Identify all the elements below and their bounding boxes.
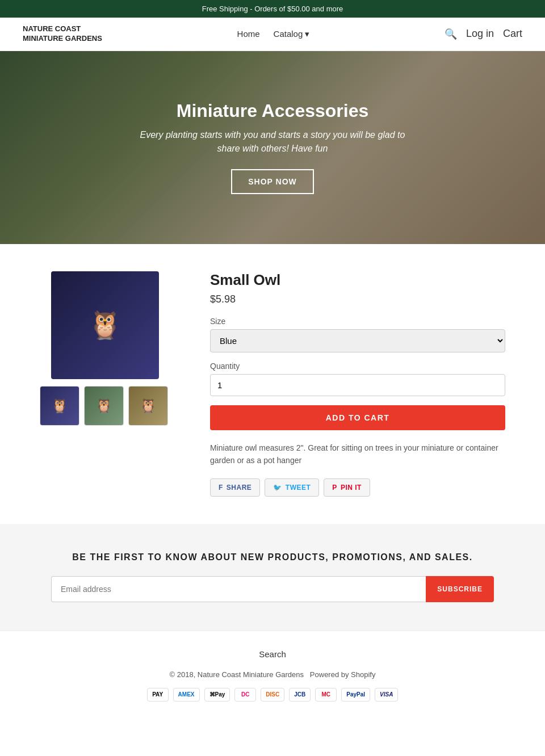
- hero-title: Miniature Accessories: [177, 100, 369, 121]
- newsletter-form: SUBSCRIBE: [51, 576, 494, 602]
- payment-amex: AMEX: [173, 688, 200, 702]
- quantity-label: Quantity: [210, 362, 505, 371]
- thumbnail-2[interactable]: 🦉: [84, 386, 124, 426]
- product-details: Small Owl $5.98 Size Blue Brown Multi Qu…: [210, 271, 505, 497]
- payment-jcb: JCB: [289, 688, 311, 702]
- nav-catalog[interactable]: Catalog ▾: [274, 29, 310, 39]
- product-section: 🦉 🦉 🦉 🦉 Small Owl $5.98 Size Blue Brown …: [17, 271, 528, 497]
- pinterest-icon: P: [332, 484, 337, 492]
- add-to-cart-button[interactable]: ADD TO CART: [210, 405, 505, 430]
- payment-paypal: PayPal: [341, 688, 370, 702]
- thumb-1-icon: 🦉: [51, 398, 68, 414]
- footer-search-link[interactable]: Search: [23, 649, 522, 659]
- size-label: Size: [210, 317, 505, 326]
- payment-discover: DISC: [261, 688, 284, 702]
- announcement-bar: Free Shipping - Orders of $50.00 and mor…: [0, 0, 545, 18]
- nav-home[interactable]: Home: [237, 29, 260, 39]
- thumbnail-3[interactable]: 🦉: [128, 386, 168, 426]
- owl-icon: 🦉: [88, 309, 122, 341]
- twitter-tweet-button[interactable]: 🐦 TWEET: [265, 478, 319, 497]
- thumb-2-icon: 🦉: [95, 398, 112, 414]
- header-icons: 🔍 Log in Cart: [445, 28, 522, 40]
- facebook-share-button[interactable]: f SHARE: [210, 478, 260, 497]
- chevron-down-icon: ▾: [305, 29, 309, 39]
- product-description: Miniature owl measures 2". Great for sit…: [210, 442, 505, 467]
- login-button[interactable]: Log in: [466, 28, 494, 40]
- product-images: 🦉 🦉 🦉 🦉: [40, 271, 187, 426]
- site-footer: Search © 2018, Nature Coast Miniature Ga…: [0, 631, 545, 720]
- hero-subtitle: Every planting starts with you and start…: [136, 128, 409, 156]
- newsletter-email-input[interactable]: [51, 576, 426, 602]
- cart-button[interactable]: Cart: [503, 28, 522, 40]
- main-product-image: 🦉: [51, 271, 159, 379]
- site-logo[interactable]: NATURE COAST MINIATURE GARDENS: [23, 24, 102, 44]
- quantity-input[interactable]: [210, 374, 505, 396]
- pinterest-pin-button[interactable]: P PIN IT: [324, 478, 370, 497]
- newsletter-subscribe-button[interactable]: SUBSCRIBE: [426, 576, 494, 602]
- payment-icons: PAY AMEX ⌘Pay DC DISC JCB MC PayPal VISA: [23, 688, 522, 702]
- shop-now-button[interactable]: SHOP NOW: [231, 169, 314, 194]
- thumbnail-1[interactable]: 🦉: [40, 386, 79, 426]
- owl-image-placeholder: 🦉: [51, 271, 159, 379]
- footer-copyright: © 2018, Nature Coast Miniature Gardens P…: [23, 670, 522, 679]
- shopify-link[interactable]: Powered by Shopify: [310, 670, 376, 679]
- main-nav: Home Catalog ▾: [237, 29, 310, 39]
- site-header: NATURE COAST MINIATURE GARDENS Home Cata…: [0, 18, 545, 51]
- facebook-icon: f: [219, 484, 223, 492]
- payment-mastercard: MC: [315, 688, 337, 702]
- size-select[interactable]: Blue Brown Multi: [210, 329, 505, 352]
- newsletter-heading: BE THE FIRST TO KNOW ABOUT NEW PRODUCTS,…: [23, 552, 522, 562]
- twitter-icon: 🐦: [273, 484, 282, 492]
- payment-apple: ⌘Pay: [204, 688, 230, 702]
- search-icon: 🔍: [445, 28, 457, 40]
- newsletter-section: BE THE FIRST TO KNOW ABOUT NEW PRODUCTS,…: [0, 524, 545, 631]
- payment-visa: VISA: [375, 688, 398, 702]
- search-button[interactable]: 🔍: [445, 28, 457, 40]
- hero-section: Miniature Accessories Every planting sta…: [0, 51, 545, 244]
- announcement-text: Free Shipping - Orders of $50.00 and mor…: [202, 5, 343, 13]
- product-price: $5.98: [210, 293, 505, 305]
- thumbnail-row: 🦉 🦉 🦉: [40, 386, 187, 426]
- payment-pay: PAY: [147, 688, 169, 702]
- social-buttons: f SHARE 🐦 TWEET P PIN IT: [210, 478, 505, 497]
- product-title: Small Owl: [210, 271, 505, 289]
- thumb-3-icon: 🦉: [140, 398, 157, 414]
- payment-diners: DC: [234, 688, 256, 702]
